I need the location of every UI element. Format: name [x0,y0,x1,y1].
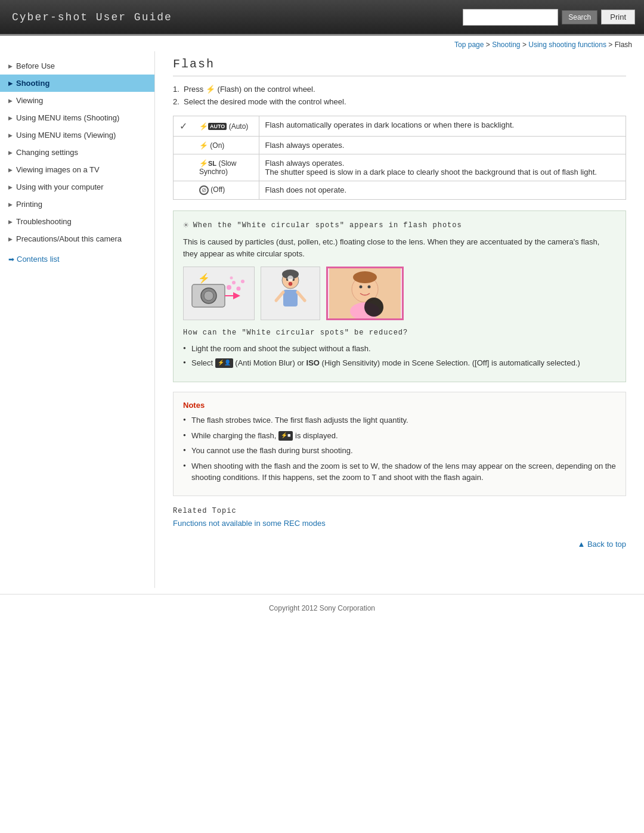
search-input[interactable] [463,9,558,26]
notes-box: Notes The flash strobes twice. The first… [173,392,626,496]
svg-point-25 [364,298,383,317]
svg-point-6 [237,287,241,291]
back-to-top: ▲ Back to top [173,540,626,549]
checkmark-icon: ✓ [179,121,187,131]
sidebar-label-troubleshooting: Troubleshooting [16,217,72,226]
contents-arrow-icon: ➡ [8,255,14,264]
sidebar-item-printing[interactable]: ▶ Printing [0,196,154,213]
no-flash-icon: ⊘ [199,185,209,195]
bullet-item: Select ⚡👤 (Anti Motion Blur) or ISO (Hig… [183,357,616,369]
svg-line-16 [276,292,283,301]
note-item-2: While charging the flash, ⚡■ is displaye… [183,430,616,442]
sidebar-label-shooting: Shooting [16,79,49,88]
sidebar-label-before-use: Before Use [16,61,55,70]
white-spots-info-box: ☀ When the "White circular spots" appear… [173,210,626,382]
sidebar-arrow-menu-viewing: ▶ [8,132,13,138]
sidebar-item-before-use[interactable]: ▶ Before Use [0,57,154,75]
info-box-body: This is caused by particles (dust, polle… [183,236,616,259]
sidebar-arrow-before-use: ▶ [8,63,13,69]
photo-svg [329,268,401,318]
table-label-off: ⊘ (Off) [193,181,259,200]
svg-point-21 [360,286,363,289]
sidebar-arrow-shooting: ▶ [8,80,13,86]
sidebar-item-precautions[interactable]: ▶ Precautions/About this camera [0,230,154,247]
table-label-auto: ⚡AUTO (Auto) [193,116,259,137]
sidebar-item-menu-viewing[interactable]: ▶ Using MENU items (Viewing) [0,126,154,144]
table-desc-off: Flash does not operate. [259,181,626,200]
contents-list-link[interactable]: ➡ Contents list [0,247,154,266]
reduce-bullets: Light the room and shoot the subject wit… [183,343,616,368]
breadcrumb: Top page > Shooting > Using shooting fun… [0,36,644,51]
notes-list: The flash strobes twice. The first flash… [183,414,616,484]
svg-point-5 [232,281,236,284]
step-1-num: 1. [173,85,181,94]
note-item-1: The flash strobes twice. The first flash… [183,414,616,426]
table-desc-auto: Flash automatically operates in dark loc… [259,116,626,137]
breadcrumb-sep3: > [608,41,614,49]
flash-auto-icon: ⚡AUTO [199,122,227,131]
table-row: ✓ ⚡AUTO (Auto) Flash automatically opera… [174,116,626,137]
person-svg [267,270,314,317]
related-topic-link[interactable]: Functions not available in some REC mode… [173,519,326,528]
step-1-text: (Flash) on the control wheel. [218,85,315,94]
flash-on-icon: ⚡ [199,141,208,150]
flash-images-row: ⚡ [183,267,616,320]
back-to-top-link[interactable]: ▲ Back to top [577,540,626,549]
sidebar-item-changing-settings[interactable]: ▶ Changing settings [0,144,154,161]
print-button[interactable]: Print [601,10,635,24]
flash-slow-icon: ⚡SL [199,159,216,168]
table-label-auto-text: (Auto) [229,122,249,131]
table-icon-off [174,181,194,200]
table-label-on-text: (On) [210,141,224,150]
svg-point-8 [241,280,244,283]
sidebar-arrow-menu-shooting: ▶ [8,115,13,121]
info-box-title-text: When the "White circular spots" appears … [193,221,462,230]
table-icon-on [174,137,194,154]
step-1-prefix: Press [184,85,203,94]
search-button[interactable]: Search [562,10,597,24]
svg-point-2 [204,291,213,301]
back-to-top-arrow: ▲ [577,540,587,549]
camera-svg: ⚡ [186,270,252,317]
svg-point-7 [230,277,233,280]
flash-icon-inline: ⚡ [206,85,215,94]
sidebar-item-viewing[interactable]: ▶ Viewing [0,92,154,109]
copyright-text: Copyright 2012 Sony Corporation [269,604,375,612]
sidebar-arrow-precautions: ▶ [8,236,13,242]
table-desc-slow: Flash always operates. The shutter speed… [259,154,626,181]
table-label-off-text: (Off) [210,185,225,194]
info-box-title: ☀ When the "White circular spots" appear… [183,219,616,231]
related-topic-title: Related Topic [173,507,626,515]
sidebar-arrow-changing-settings: ▶ [8,150,13,156]
table-row: ⊘ (Off) Flash does not operate. [174,181,626,200]
sidebar-item-computer[interactable]: ▶ Using with your computer [0,178,154,196]
sidebar-arrow-computer: ▶ [8,184,13,190]
sidebar-arrow-printing: ▶ [8,202,13,208]
sidebar-item-viewing-tv[interactable]: ▶ Viewing images on a TV [0,161,154,178]
notes-title: Notes [183,401,616,410]
breadcrumb-using-shooting[interactable]: Using shooting functions [528,41,606,49]
steps-section: 1. Press ⚡ (Flash) on the control wheel.… [173,85,626,106]
table-icon-slow [174,154,194,181]
main-content: Flash 1. Press ⚡ (Flash) on the control … [155,51,644,588]
sidebar-item-troubleshooting[interactable]: ▶ Troubleshooting [0,213,154,230]
sidebar-label-viewing: Viewing [16,96,43,105]
sidebar-item-shooting[interactable]: ▶ Shooting [0,75,154,92]
page-layout: ▶ Before Use ▶ Shooting ▶ Viewing ▶ Usin… [0,51,644,588]
note-item-4: When shooting with the flash and the zoo… [183,460,616,484]
breadcrumb-shooting[interactable]: Shooting [492,41,520,49]
breadcrumb-top[interactable]: Top page [454,41,484,49]
breadcrumb-flash: Flash [615,41,632,49]
page-header: Cyber-shot User Guide Search Print [0,0,644,36]
breadcrumb-sep2: > [522,41,528,49]
sidebar-label-precautions: Precautions/About this camera [16,234,122,243]
table-icon-auto: ✓ [174,116,194,137]
sidebar-item-menu-shooting[interactable]: ▶ Using MENU items (Shooting) [0,109,154,126]
sidebar-label-printing: Printing [16,200,42,209]
sidebar-label-menu-shooting: Using MENU items (Shooting) [16,113,119,122]
auto-badge: AUTO [208,123,227,130]
step-2: 2. Select the desired mode with the cont… [173,97,626,106]
charging-icon: ⚡■ [278,431,293,441]
table-desc-on: Flash always operates. [259,137,626,154]
svg-text:⚡: ⚡ [198,272,210,284]
